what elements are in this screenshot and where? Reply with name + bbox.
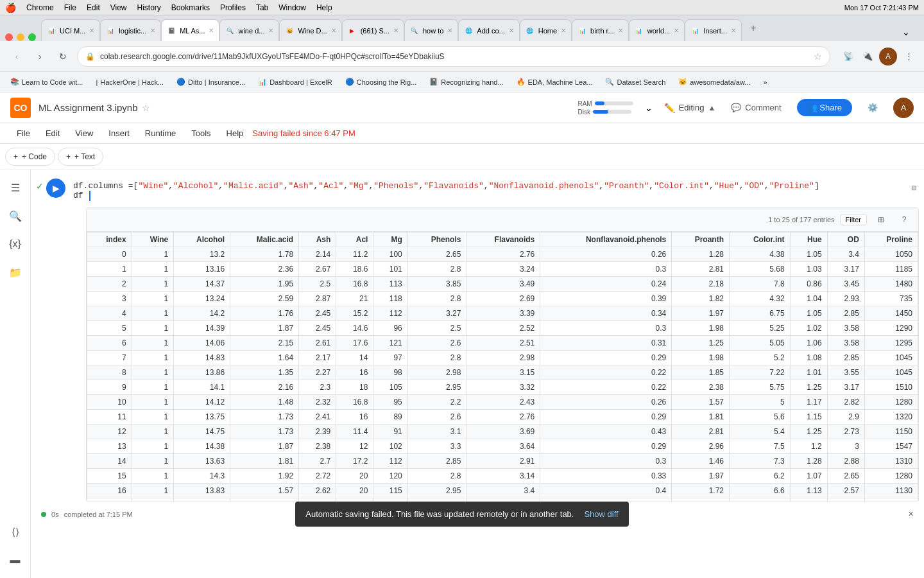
close-window-btn[interactable] xyxy=(5,33,13,41)
tab-close-birth[interactable]: ✕ xyxy=(618,27,623,34)
tab-close-insert[interactable]: ✕ xyxy=(731,27,736,34)
table-container[interactable]: index Wine Alcohol Malic.acid Ash Acl Mg… xyxy=(87,232,918,502)
tab-close-logistic[interactable]: ✕ xyxy=(150,27,155,34)
bookmark-icon-hackerone: | xyxy=(96,78,98,86)
bookmarks-more[interactable]: » xyxy=(758,76,772,88)
cast-icon[interactable]: 📡 xyxy=(841,49,856,64)
tab-ml[interactable]: 📓 ML As... ✕ xyxy=(161,19,219,41)
tab-title-add: Add co... xyxy=(477,27,504,35)
help-output-button[interactable]: ? xyxy=(895,211,913,229)
apple-menu[interactable]: 🍎 xyxy=(5,3,16,13)
menubar-profiles[interactable]: Profiles xyxy=(220,3,246,12)
user-avatar[interactable]: A xyxy=(893,98,914,118)
bookmark-eda[interactable]: 🔥 EDA, Machine Lea... xyxy=(511,76,598,88)
menubar-help[interactable]: Help xyxy=(316,3,332,12)
bookmark-dataset[interactable]: 🔍 Dataset Search xyxy=(600,76,671,88)
tab-logistic[interactable]: 📊 logistic... ✕ xyxy=(100,19,161,41)
snackbar-action-button[interactable]: Show diff xyxy=(584,509,618,519)
maximize-window-btn[interactable] xyxy=(28,33,36,41)
bookmarks-bar: 📚 Learn to Code wit... | HackerOne | Hac… xyxy=(0,72,924,92)
menu-view[interactable]: View xyxy=(69,126,99,141)
tab-close-add[interactable]: ✕ xyxy=(509,27,514,34)
tab-close-youtube[interactable]: ✕ xyxy=(393,27,398,34)
tab-add[interactable]: 🌐 Add co... ✕ xyxy=(458,19,519,41)
tab-close-home[interactable]: ✕ xyxy=(561,27,566,34)
tab-close-world[interactable]: ✕ xyxy=(674,27,679,34)
menubar-chrome[interactable]: Chrome xyxy=(26,3,54,12)
fold-button[interactable]: ⊟ xyxy=(909,182,919,193)
forward-button[interactable]: › xyxy=(31,48,49,66)
tab-uci[interactable]: 📊 UCI M... ✕ xyxy=(41,19,100,41)
comment-button[interactable]: 💬 Comment xyxy=(723,99,789,116)
bookmark-handwriting[interactable]: 📓 Recognizing hand... xyxy=(424,76,508,88)
editing-dropdown-icon[interactable]: ▲ xyxy=(708,103,715,112)
add-code-button[interactable]: + + Code xyxy=(5,148,55,166)
menu-runtime[interactable]: Runtime xyxy=(139,126,182,141)
tab-github[interactable]: 🐱 Wine D... ✕ xyxy=(279,19,341,41)
tab-favicon-youtube: ▶ xyxy=(348,26,357,35)
tab-world[interactable]: 📊 world... ✕ xyxy=(629,19,685,41)
sidebar-files-icon[interactable]: 📁 xyxy=(3,259,28,285)
menubar-bookmarks[interactable]: Bookmarks xyxy=(171,3,210,12)
output-area: 1 to 25 of 177 entries Filter ⊞ ? index … xyxy=(86,207,919,502)
copy-output-button[interactable]: ⊞ xyxy=(872,211,890,229)
tab-list-button[interactable]: ⌄ xyxy=(893,23,919,41)
cell-code-content[interactable]: df.columns =["Wine","Alcohol","Malic.aci… xyxy=(68,177,906,205)
bookmark-ditto[interactable]: 🔵 Ditto | Insurance... xyxy=(171,76,250,88)
tab-close-github[interactable]: ✕ xyxy=(331,27,336,34)
bookmark-star[interactable]: ☆ xyxy=(814,51,822,62)
tab-wine[interactable]: 🔍 wine d... ✕ xyxy=(219,19,279,41)
ram-expand-btn[interactable]: ⌄ xyxy=(641,100,656,116)
star-icon[interactable]: ☆ xyxy=(142,103,150,113)
menu-file[interactable]: File xyxy=(10,126,37,141)
back-button[interactable]: ‹ xyxy=(8,48,26,66)
minimize-window-btn[interactable] xyxy=(17,33,24,41)
cell-check-icon: ✓ xyxy=(36,181,44,191)
bookmark-excelr[interactable]: 📊 Dashboard | ExcelR xyxy=(253,76,338,88)
col-header-od: OD xyxy=(827,232,864,247)
table-row: 13114.381.872.38121023.33.640.292.967.51… xyxy=(87,439,918,454)
menu-edit[interactable]: Edit xyxy=(39,126,66,141)
tab-youtube[interactable]: ▶ (661) S... ✕ xyxy=(342,19,404,41)
disk-label: Disk xyxy=(578,109,590,116)
profile-icon[interactable]: A xyxy=(879,48,897,66)
sidebar-menu-icon[interactable]: ☰ xyxy=(3,175,28,200)
bookmark-hackerone[interactable]: | HackerOne | Hack... xyxy=(90,76,169,88)
url-bar[interactable]: 🔒 colab.research.google.com/drive/11Mab9… xyxy=(77,46,830,67)
colab-toolbar: + + Code + + Text xyxy=(0,144,924,170)
bookmark-awesomedata[interactable]: 🐱 awesomedata/aw... xyxy=(673,76,755,88)
tab-close-uci[interactable]: ✕ xyxy=(89,27,94,34)
menubar-tab[interactable]: Tab xyxy=(256,3,268,12)
tab-howto[interactable]: 🔍 how to ✕ xyxy=(404,19,458,41)
url-text: colab.research.google.com/drive/11Mab9Jk… xyxy=(100,52,809,61)
tab-close-ml[interactable]: ✕ xyxy=(209,27,214,34)
menu-tools[interactable]: Tools xyxy=(185,126,217,141)
filter-button[interactable]: Filter xyxy=(840,214,867,225)
bookmark-choosing[interactable]: 🔵 Choosing the Rig... xyxy=(340,76,422,88)
menu-help[interactable]: Help xyxy=(220,126,250,141)
sidebar-code-icon[interactable]: {x} xyxy=(3,231,28,257)
bookmark-learn[interactable]: 📚 Learn to Code wit... xyxy=(5,76,88,88)
share-button[interactable]: 👥 Share xyxy=(797,99,852,116)
tab-home[interactable]: 🌐 Home ✕ xyxy=(520,19,572,41)
add-text-button[interactable]: + + Text xyxy=(58,148,103,166)
sidebar-search-icon[interactable]: 🔍 xyxy=(3,203,28,229)
menubar-history[interactable]: History xyxy=(137,3,161,12)
menu-icon[interactable]: ⋮ xyxy=(901,49,916,64)
sidebar-terminal-icon[interactable]: ▬ xyxy=(3,547,28,573)
menu-insert[interactable]: Insert xyxy=(102,126,136,141)
tab-close-wine[interactable]: ✕ xyxy=(268,27,273,34)
menubar-file[interactable]: File xyxy=(64,3,76,12)
tab-close-howto[interactable]: ✕ xyxy=(447,27,452,34)
tab-insert[interactable]: 📊 Insert... ✕ xyxy=(685,19,742,41)
menubar-view[interactable]: View xyxy=(110,3,127,12)
menubar-window[interactable]: Window xyxy=(278,3,306,12)
new-tab-button[interactable]: + xyxy=(744,19,762,37)
menubar-time: Mon 17 Oct 7:21:43 PM xyxy=(844,4,919,12)
extension-icon[interactable]: 🔌 xyxy=(860,49,875,64)
menubar-edit[interactable]: Edit xyxy=(87,3,100,12)
tab-birth[interactable]: 📊 birth r... ✕ xyxy=(572,19,629,41)
refresh-button[interactable]: ↻ xyxy=(54,48,72,66)
run-cell-button[interactable]: ▶ xyxy=(46,179,65,198)
settings-button[interactable]: ⚙️ xyxy=(860,99,886,116)
